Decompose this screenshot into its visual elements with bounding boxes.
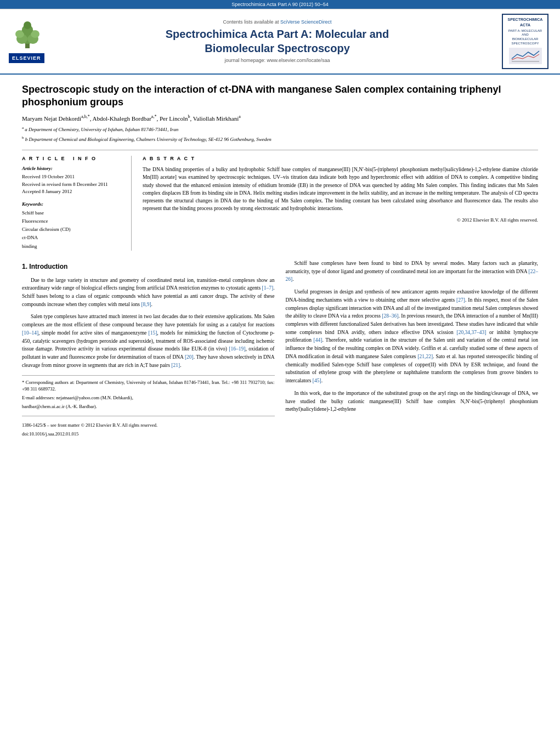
ref-27[interactable]: [27] xyxy=(456,297,465,303)
journal-header: ELSEVIER Contents lists available at Sci… xyxy=(0,9,560,75)
affiliation-b: b b Department of Chemical and Biologica… xyxy=(22,135,538,144)
footnote-corresponding: * Corresponding authors at: Department o… xyxy=(22,379,275,393)
elsevier-logo-area: ELSEVIER xyxy=(9,20,53,63)
spectrochimica-badge: SPECTROCHIMICAACTA PART A: MOLECULAR AND… xyxy=(502,14,548,69)
copyright-line: © 2012 Elsevier B.V. All rights reserved… xyxy=(143,217,538,223)
ref-16-19[interactable]: [16–19] xyxy=(229,346,245,352)
badge-graphic-icon xyxy=(509,48,542,64)
article-info-heading: A R T I C L E I N F O xyxy=(22,156,122,161)
ref-20[interactable]: [20] xyxy=(185,354,194,360)
keyword-5: binding xyxy=(22,242,122,251)
elsevier-wordmark: ELSEVIER xyxy=(9,53,44,63)
elsevier-tree-icon xyxy=(9,20,47,50)
authors-line: Maryam Nejat Dehkordia,b,*, Abdol-Khaleg… xyxy=(22,114,538,122)
footnote-divider xyxy=(22,416,275,416)
history-label: Article history: xyxy=(22,166,122,171)
ref-21[interactable]: [21] xyxy=(171,363,180,368)
section1-para4: Useful progresses in design and synthesi… xyxy=(286,288,539,385)
footnote-issn: 1386-1425/$ – see front matter © 2012 El… xyxy=(22,422,275,429)
footnote-email-ak: bardbar@chem.ui.ac.ir (A.-K. Bardbar). xyxy=(22,403,275,410)
svg-point-7 xyxy=(24,21,31,29)
abstract-column: A B S T R A C T The DNA binding properti… xyxy=(143,156,538,251)
contents-line: Contents lists available at SciVerse Sci… xyxy=(59,19,495,25)
abstract-heading: A B S T R A C T xyxy=(143,156,538,161)
footnote-email-mn: E-mail addresses: nejatnaari@yahoo.com (… xyxy=(22,394,275,401)
journal-citation-text: Spectrochimica Acta Part A 90 (2012) 50–… xyxy=(231,2,329,7)
journal-citation-banner: Spectrochimica Acta Part A 90 (2012) 50–… xyxy=(0,0,560,9)
keyword-1: Schiff base xyxy=(22,209,122,217)
ref-10-14[interactable]: [10–14] xyxy=(22,330,38,336)
abstract-text: The DNA binding properties of a bulky an… xyxy=(143,166,538,213)
received-date: Received 19 October 2011 xyxy=(22,173,122,181)
received-revised-date: Received in revised form 8 December 2011 xyxy=(22,181,122,189)
sciverse-link[interactable]: SciVerse ScienceDirect xyxy=(280,19,332,25)
page-container: Spectrochimica Acta Part A 90 (2012) 50–… xyxy=(0,0,560,741)
journal-main-title: Spectrochimica Acta Part A: Molecular an… xyxy=(59,27,495,55)
footnote-area: * Corresponding authors at: Department o… xyxy=(22,375,275,438)
author-names: Maryam Nejat Dehkordia,b,*, Abdol-Khaleg… xyxy=(22,115,241,122)
body-right-column: Schiff base complexes have been found to… xyxy=(286,259,539,439)
ref-8-9[interactable]: [8,9] xyxy=(141,302,151,307)
ref-28-36[interactable]: [28–36] xyxy=(382,313,398,319)
section1-para3: Schiff base complexes have been found to… xyxy=(286,259,539,284)
accepted-date: Accepted 8 January 2012 xyxy=(22,188,122,196)
journal-homepage: journal homepage: www.elsevier.com/locat… xyxy=(59,58,495,63)
section1-para5: In this work, due to the importance of t… xyxy=(286,389,539,414)
article-content: Spectroscopic study on the interaction o… xyxy=(0,75,560,448)
journal-title-area: Contents lists available at SciVerse Sci… xyxy=(59,19,495,63)
section1-title: 1. Introduction xyxy=(22,262,275,272)
footnote-doi: doi:10.1016/j.saa.2012.01.015 xyxy=(22,431,275,438)
ref-45[interactable]: [45] xyxy=(313,378,321,383)
affiliations: a a Department of Chemistry, University … xyxy=(22,125,538,143)
body-columns: 1. Introduction Due to the large variety… xyxy=(22,259,538,439)
spectrochimica-badge-area: SPECTROCHIMICAACTA PART A: MOLECULAR AND… xyxy=(502,14,551,69)
section1-para2: Salen type complexes have attracted much… xyxy=(22,313,275,369)
article-info-column: A R T I C L E I N F O Article history: R… xyxy=(22,156,132,251)
keyword-4: ct-DNA xyxy=(22,234,122,242)
svg-rect-8 xyxy=(509,48,542,64)
ref-20-34-37-43[interactable]: [20,34,37–43] xyxy=(456,330,486,335)
section1-para1: Due to the large variety in structure an… xyxy=(22,276,275,309)
ref-21-22[interactable]: [21,22] xyxy=(417,354,433,359)
ref-15[interactable]: [15] xyxy=(149,330,157,336)
keywords-label: Keywords: xyxy=(22,201,122,207)
ref-22-26[interactable]: [22–26] xyxy=(286,269,539,282)
article-title: Spectroscopic study on the interaction o… xyxy=(22,83,538,109)
keyword-3: Circular dichroism (CD) xyxy=(22,225,122,234)
keyword-2: Fluorescence xyxy=(22,217,122,225)
ref-44[interactable]: [44] xyxy=(314,337,323,343)
affiliation-a: a a Department of Chemistry, University … xyxy=(22,125,538,134)
info-abstract-columns: A R T I C L E I N F O Article history: R… xyxy=(22,150,538,251)
body-left-column: 1. Introduction Due to the large variety… xyxy=(22,259,275,439)
ref-1-7[interactable]: [1–7] xyxy=(262,285,274,291)
